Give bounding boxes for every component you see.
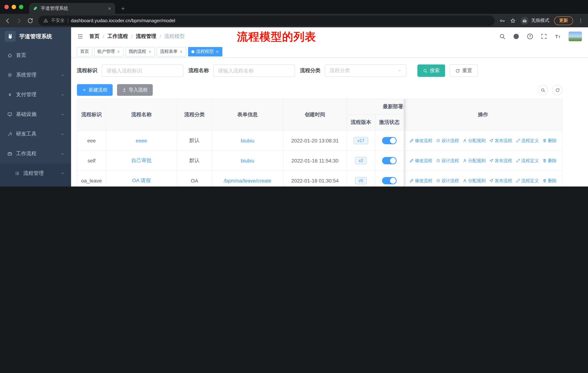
active-toggle[interactable] (382, 177, 397, 184)
sidebar-item[interactable]: 研发工具 (0, 124, 71, 144)
action-del[interactable]: 删除 (542, 158, 557, 164)
update-button[interactable]: 更新 (554, 16, 573, 25)
action-edit[interactable]: 修改流程 (409, 178, 432, 184)
new-tab-button[interactable] (118, 4, 128, 13)
action-design[interactable]: 设计流程 (436, 138, 459, 144)
create-process-button[interactable]: 新建流程 (77, 84, 113, 96)
action-definition[interactable]: 流程定义 (516, 178, 539, 184)
tag-close-icon[interactable] (148, 50, 152, 53)
plus-icon (120, 6, 125, 11)
version-badge[interactable]: v2 (355, 157, 367, 164)
process-name-link[interactable]: OA 请假 (132, 177, 151, 184)
action-edit[interactable]: 修改流程 (409, 158, 432, 164)
action-design[interactable]: 设计流程 (436, 158, 459, 164)
sidebar-item[interactable]: 流程管理 (0, 163, 71, 183)
action-publish[interactable]: 发布流程 (489, 178, 512, 184)
filter-label-key: 流程标识 (77, 67, 97, 74)
breadcrumb-item[interactable]: 流程管理 (136, 33, 156, 40)
action-definition[interactable]: 流程定义 (516, 158, 539, 164)
yen-icon: ¥ (7, 92, 12, 97)
tag-close-icon[interactable] (215, 50, 219, 53)
browser-menu-icon[interactable] (578, 18, 584, 23)
tag-close-icon[interactable] (179, 50, 183, 53)
action-assign[interactable]: 分配规则 (462, 138, 486, 144)
minimize-window-button[interactable] (12, 5, 16, 9)
action-edit[interactable]: 修改流程 (409, 138, 432, 144)
cell-name: 自己审批 (106, 151, 177, 171)
browser-tab[interactable]: 芋道管理系统 (29, 3, 115, 14)
sidebar-item[interactable]: ¥支付管理 (0, 85, 71, 105)
publish-icon (489, 138, 494, 143)
filter-input-name[interactable] (213, 64, 295, 77)
active-toggle[interactable] (382, 157, 397, 164)
action-del[interactable]: 删除 (542, 178, 557, 184)
sidebar-item[interactable]: 首页 (0, 46, 71, 65)
refresh-table-button[interactable] (552, 85, 562, 95)
help-icon[interactable]: ? (527, 33, 533, 40)
breadcrumb-separator: / (131, 33, 133, 39)
window-controls[interactable] (4, 0, 23, 14)
fullscreen-icon[interactable] (541, 33, 547, 40)
user-avatar[interactable] (568, 31, 582, 41)
filter-input-key[interactable] (102, 64, 183, 77)
sidebar-item[interactable]: 工作流程 (0, 144, 71, 163)
tag-item[interactable]: 流程表单 (157, 47, 186, 56)
top-navbar: 首页/工作流程/流程管理/流程模型 流程模型的列表 ? TT (71, 27, 588, 46)
form-link[interactable]: /bpm/oa/leave/create (224, 178, 271, 184)
import-process-button[interactable]: 导入流程 (117, 84, 153, 96)
reset-button[interactable]: 重置 (450, 64, 478, 77)
action-design[interactable]: 设计流程 (436, 178, 459, 184)
show-search-button[interactable] (538, 85, 548, 95)
url-divider (68, 18, 68, 23)
process-name-link[interactable]: eeee (136, 138, 147, 143)
filter-select-category[interactable]: 流程分类 (325, 64, 407, 77)
tag-item[interactable]: 我的流程 (126, 47, 155, 56)
sidebar-item[interactable]: 基础设施 (0, 105, 71, 124)
key-icon[interactable] (499, 18, 505, 23)
process-name-link[interactable]: 自己审批 (131, 157, 152, 164)
url-bar[interactable]: 不安全 dashboard.yudao.iocoder.cn/bpm/manag… (38, 15, 495, 26)
action-assign[interactable]: 分配规则 (462, 178, 486, 184)
search-icon (423, 68, 428, 73)
url-text: dashboard.yudao.iocoder.cn/bpm/manager/m… (71, 18, 175, 23)
search-icon[interactable] (499, 33, 506, 40)
action-publish[interactable]: 发布流程 (489, 158, 512, 164)
tag-item[interactable]: 首页 (77, 47, 92, 56)
sidebar-item[interactable]: 流程表单 (0, 183, 71, 186)
publish-icon (489, 179, 494, 183)
tag-item[interactable]: 租户管理 (94, 47, 124, 56)
tag-item[interactable]: 流程模型 (188, 47, 222, 56)
action-del[interactable]: 删除 (542, 138, 557, 144)
breadcrumb-item[interactable]: 工作流程 (107, 33, 128, 40)
github-icon[interactable] (513, 33, 519, 40)
version-badge[interactable]: v17 (354, 137, 368, 144)
tag-label: 流程模型 (196, 49, 214, 55)
tab-close-icon[interactable] (107, 6, 112, 10)
active-toggle[interactable] (382, 137, 397, 144)
breadcrumb-separator: / (103, 33, 104, 39)
form-link[interactable]: biubiu (241, 138, 254, 143)
breadcrumb-item[interactable]: 首页 (89, 33, 100, 40)
reload-button[interactable] (27, 17, 33, 24)
header-active: 激活状态 (375, 114, 404, 131)
action-definition[interactable]: 流程定义 (516, 138, 539, 144)
design-icon (436, 159, 440, 163)
back-button[interactable] (4, 17, 11, 24)
tag-close-icon[interactable] (117, 50, 120, 53)
font-size-icon[interactable]: TT (555, 33, 561, 40)
action-assign[interactable]: 分配规则 (462, 158, 486, 164)
form-link[interactable]: biubiu (241, 158, 254, 163)
assign-icon (462, 159, 467, 163)
browser-window: 芋道管理系统 不安全 dashboard.yudao.iocoder.cn/bp… (0, 0, 588, 186)
action-publish[interactable]: 发布流程 (489, 138, 512, 144)
forward-button[interactable] (16, 17, 22, 24)
security-label: 不安全 (51, 18, 65, 24)
sidebar-item[interactable]: 系统管理 (0, 65, 71, 85)
search-button[interactable]: 搜索 (417, 64, 445, 77)
close-window-button[interactable] (4, 5, 9, 9)
zoom-window-button[interactable] (19, 5, 23, 9)
incognito-avatar[interactable] (521, 17, 529, 25)
bookmark-star-icon[interactable] (510, 18, 516, 23)
version-badge[interactable]: v5 (355, 177, 367, 184)
sidebar-fold-icon[interactable] (77, 33, 84, 40)
